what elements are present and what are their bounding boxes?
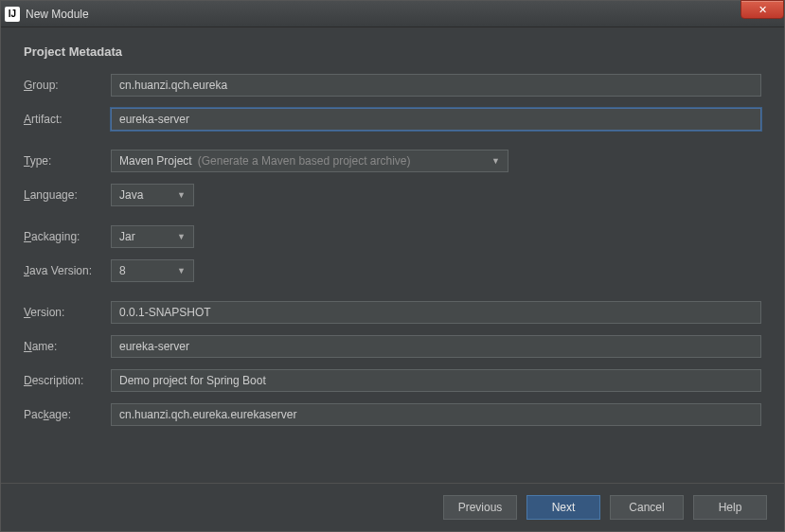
row-artifact: Artifact: <box>24 108 761 131</box>
label-artifact: Artifact: <box>24 113 111 126</box>
language-select[interactable]: Java ▼ <box>111 184 194 206</box>
row-packaging: Packaging: Jar ▼ <box>24 225 761 248</box>
close-icon: ✕ <box>758 4 767 16</box>
packaging-select[interactable]: Jar ▼ <box>111 225 194 248</box>
label-name: Name: <box>24 340 111 353</box>
version-input[interactable] <box>111 301 761 324</box>
row-version: Version: <box>24 301 761 324</box>
packaging-value: Jar <box>119 230 135 243</box>
row-language: Language: Java ▼ <box>24 184 761 206</box>
type-hint: (Generate a Maven based project archive) <box>198 154 411 168</box>
row-java-version: Java Version: 8 ▼ <box>24 259 761 282</box>
label-group: Group: <box>24 79 111 92</box>
name-input[interactable] <box>111 335 761 358</box>
row-type: Type: Maven Project (Generate a Maven ba… <box>24 150 761 172</box>
group-input[interactable] <box>111 74 761 97</box>
cancel-button[interactable]: Cancel <box>610 495 684 520</box>
label-version: Version: <box>24 306 111 319</box>
chevron-down-icon: ▼ <box>491 156 500 166</box>
label-type: Type: <box>24 154 111 168</box>
label-java-version: Java Version: <box>24 264 111 277</box>
label-language: Language: <box>24 188 111 202</box>
type-select[interactable]: Maven Project (Generate a Maven based pr… <box>111 150 508 172</box>
new-module-dialog: IJ New Module ✕ Project Metadata Group: … <box>0 0 785 532</box>
java-version-value: 8 <box>119 264 126 277</box>
row-group: Group: <box>24 74 761 97</box>
java-version-select[interactable]: 8 ▼ <box>111 259 194 282</box>
dialog-body: Project Metadata Group: Artifact: Type: … <box>1 27 784 483</box>
dialog-footer: Previous Next Cancel Help <box>1 483 784 531</box>
window-title: New Module <box>26 8 89 21</box>
next-button[interactable]: Next <box>526 495 600 520</box>
description-input[interactable] <box>111 369 761 392</box>
row-name: Name: <box>24 335 761 358</box>
artifact-input[interactable] <box>111 108 761 131</box>
chevron-down-icon: ▼ <box>177 232 186 241</box>
titlebar: IJ New Module ✕ <box>1 1 784 27</box>
language-value: Java <box>119 188 143 202</box>
window-close-button[interactable]: ✕ <box>740 0 784 19</box>
chevron-down-icon: ▼ <box>177 266 186 275</box>
label-package: Package: <box>24 408 111 421</box>
previous-button[interactable]: Previous <box>443 495 517 520</box>
row-description: Description: <box>24 369 761 392</box>
row-package: Package: <box>24 403 761 426</box>
label-description: Description: <box>24 374 111 387</box>
chevron-down-icon: ▼ <box>177 190 186 200</box>
section-heading: Project Metadata <box>24 44 761 59</box>
package-input[interactable] <box>111 403 761 426</box>
type-value: Maven Project <box>119 154 192 168</box>
help-button[interactable]: Help <box>693 495 767 520</box>
intellij-icon: IJ <box>5 7 20 22</box>
label-packaging: Packaging: <box>24 230 111 243</box>
